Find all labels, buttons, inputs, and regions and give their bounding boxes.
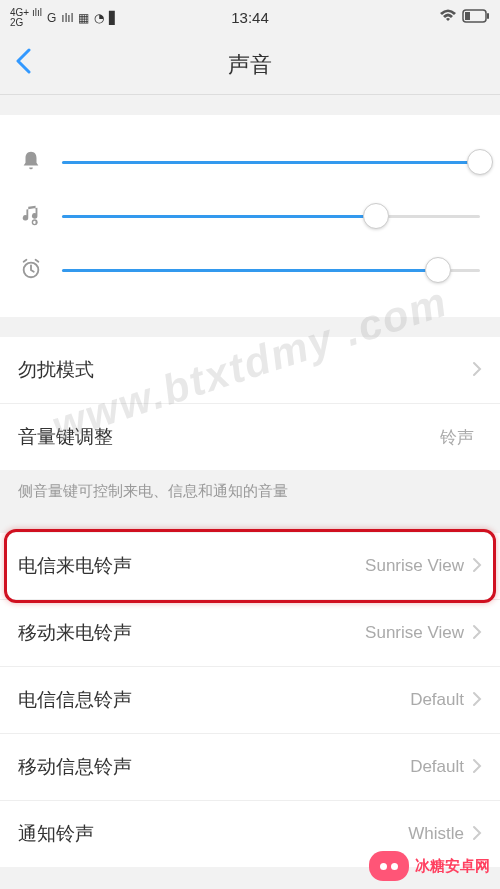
dnd-item[interactable]: 勿扰模式: [0, 337, 500, 404]
alarm-icon: [20, 258, 44, 282]
battery-icon: [462, 9, 490, 26]
ringtone-item[interactable]: 移动信息铃声Default: [0, 734, 500, 801]
music-icon: [20, 204, 44, 228]
ringtone-slider[interactable]: [62, 161, 480, 164]
site-badge: 冰糖安卓网: [369, 851, 490, 881]
ringtone-label: 移动信息铃声: [18, 754, 410, 780]
dnd-label: 勿扰模式: [18, 357, 472, 383]
chevron-right-icon: [472, 823, 482, 846]
wifi-icon: [439, 9, 457, 26]
media-slider-row: [20, 189, 480, 243]
badge-text: 冰糖安卓网: [415, 857, 490, 876]
chevron-right-icon: [472, 555, 482, 578]
section-note: 侧音量键可控制来电、信息和通知的音量: [0, 470, 500, 513]
chevron-right-icon: [472, 756, 482, 779]
badge-icon: [369, 851, 409, 881]
chevron-right-icon: [472, 359, 482, 382]
ringtone-item[interactable]: 移动来电铃声Sunrise View: [0, 600, 500, 667]
volkey-label: 音量键调整: [18, 424, 440, 450]
ringtone-label: 电信来电铃声: [18, 553, 365, 579]
svg-rect-2: [465, 12, 470, 20]
media-slider[interactable]: [62, 215, 480, 218]
ringtone-value: Sunrise View: [365, 623, 464, 643]
card-icon: ▦: [78, 11, 89, 25]
section-ringtones: 电信来电铃声Sunrise View移动来电铃声Sunrise View电信信息…: [0, 533, 500, 867]
nav-bar: 声音: [0, 35, 500, 95]
status-left: 4G+ ılıl2G G ılıl ▦ ◔ ▋: [10, 8, 118, 28]
page-title: 声音: [0, 50, 500, 80]
ringtone-value: Whistle: [408, 824, 464, 844]
ringtone-item[interactable]: 电信信息铃声Default: [0, 667, 500, 734]
back-button[interactable]: [15, 48, 31, 81]
ringtone-value: Default: [410, 690, 464, 710]
note-icon: ▋: [109, 11, 118, 25]
alarm-slider[interactable]: [62, 269, 480, 272]
ringtone-label: 电信信息铃声: [18, 687, 410, 713]
status-bar: 4G+ ılıl2G G ılıl ▦ ◔ ▋ 13:44: [0, 0, 500, 35]
ringtone-item[interactable]: 电信来电铃声Sunrise View: [0, 533, 500, 600]
vpn-icon: ◔: [94, 11, 104, 25]
ringtone-slider-row: [20, 135, 480, 189]
bell-icon: [20, 150, 44, 174]
status-time: 13:44: [231, 9, 269, 26]
svg-rect-1: [487, 13, 489, 19]
section-general: 勿扰模式 音量键调整 铃声: [0, 337, 500, 470]
volkey-item[interactable]: 音量键调整 铃声: [0, 404, 500, 470]
ringtone-value: Default: [410, 757, 464, 777]
alarm-slider-row: [20, 243, 480, 297]
status-right: [439, 9, 490, 26]
ringtone-label: 通知铃声: [18, 821, 408, 847]
ringtone-label: 移动来电铃声: [18, 620, 365, 646]
ringtone-value: Sunrise View: [365, 556, 464, 576]
sliders-section: [0, 115, 500, 317]
volkey-value: 铃声: [440, 426, 474, 449]
chevron-right-icon: [472, 689, 482, 712]
chevron-right-icon: [472, 622, 482, 645]
